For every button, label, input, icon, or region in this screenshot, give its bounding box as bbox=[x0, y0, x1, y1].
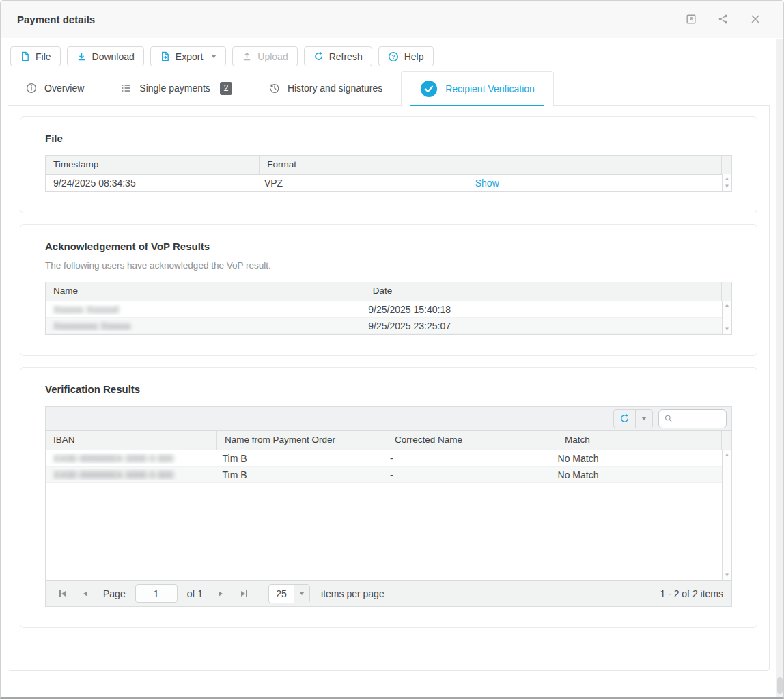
page-scrollbar[interactable] bbox=[776, 39, 783, 697]
chevron-down-icon bbox=[299, 592, 305, 595]
tab-overview[interactable]: Overview bbox=[8, 71, 102, 105]
show-link[interactable]: Show bbox=[475, 178, 499, 189]
scroll-down-icon[interactable]: ▼ bbox=[725, 184, 730, 189]
scroll-up-icon[interactable]: ▲ bbox=[725, 176, 730, 182]
help-button-label: Help bbox=[404, 51, 424, 62]
popout-icon bbox=[686, 14, 697, 25]
next-page-button[interactable] bbox=[212, 581, 229, 606]
tab-recipient-verification[interactable]: Recipient Verification bbox=[401, 71, 554, 106]
acknowledgement-row[interactable]: Xxxxxx Xxxxxxl 9/25/2025 15:40:18 bbox=[46, 301, 731, 318]
close-button[interactable] bbox=[749, 13, 761, 25]
toolbar: File Download Export bbox=[1, 38, 783, 71]
upload-button[interactable]: Upload bbox=[232, 46, 297, 66]
scroll-down-icon[interactable]: ▼ bbox=[725, 573, 730, 578]
share-button[interactable] bbox=[717, 13, 729, 25]
verification-results-title: Verification Results bbox=[45, 383, 732, 395]
grid-search-box bbox=[658, 409, 727, 428]
close-icon bbox=[751, 14, 760, 24]
list-icon bbox=[121, 83, 132, 94]
file-table-row[interactable]: 9/24/2025 08:34:35 VPZ Show bbox=[46, 175, 731, 191]
download-button-label: Download bbox=[92, 51, 135, 62]
page-size-value: 25 bbox=[269, 585, 294, 603]
single-payments-count-badge: 2 bbox=[220, 82, 232, 95]
export-button[interactable]: Export bbox=[150, 46, 226, 66]
cell-name-from-order: Tim B bbox=[215, 469, 383, 480]
download-button[interactable]: Download bbox=[67, 46, 144, 66]
refresh-button-label: Refresh bbox=[329, 51, 363, 62]
acknowledgement-section: Acknowledgement of VoP Results The follo… bbox=[20, 224, 757, 356]
column-header-corrected-name[interactable]: Corrected Name bbox=[387, 431, 557, 450]
info-icon bbox=[26, 83, 37, 94]
cell-name-from-order: Tim B bbox=[215, 453, 383, 464]
column-header-match[interactable]: Match bbox=[557, 431, 722, 450]
check-circle-icon bbox=[420, 80, 438, 98]
file-table: Timestamp Format 9/24/2025 08:34:35 VPZ … bbox=[45, 155, 732, 192]
acknowledgement-section-title: Acknowledgement of VoP Results bbox=[45, 241, 732, 252]
redacted-iban: XX00 0000000X 0000 0 000 bbox=[53, 453, 173, 464]
acknowledgement-subtitle: The following users have acknowledged th… bbox=[45, 260, 732, 271]
verification-row[interactable]: XX00 0000000X 0000 0 000 Tim B - No Matc… bbox=[46, 450, 731, 467]
verification-table-header: IBAN Name from Payment Order Corrected N… bbox=[46, 431, 731, 450]
redacted-user-name: Xxxxxxxxx Xxxxxx bbox=[53, 320, 131, 331]
acknowledgement-table-scrollbar[interactable]: ▲ ▼ bbox=[722, 301, 731, 334]
acknowledgement-table-header: Name Date bbox=[46, 282, 731, 301]
cell-date: 9/25/2025 23:25:07 bbox=[361, 320, 722, 331]
payment-details-window: Payment details bbox=[0, 0, 784, 699]
first-page-icon bbox=[59, 590, 61, 597]
tab-history-label: History and signatures bbox=[288, 83, 382, 94]
last-page-button[interactable] bbox=[236, 581, 252, 606]
window-title: Payment details bbox=[17, 14, 95, 25]
cell-date: 9/25/2025 15:40:18 bbox=[361, 304, 722, 315]
redacted-user-name: Xxxxxx Xxxxxxl bbox=[53, 304, 119, 315]
help-icon: ? bbox=[388, 51, 399, 62]
cell-timestamp: 9/24/2025 08:34:35 bbox=[46, 178, 257, 189]
tab-history-and-signatures[interactable]: History and signatures bbox=[251, 71, 401, 105]
download-icon bbox=[76, 51, 87, 61]
export-file-icon bbox=[160, 51, 170, 61]
column-header-name-from-order[interactable]: Name from Payment Order bbox=[217, 431, 387, 450]
previous-page-button[interactable] bbox=[77, 581, 94, 606]
cell-corrected-name: - bbox=[382, 469, 550, 480]
page-scrollbar-thumb[interactable] bbox=[777, 677, 783, 694]
scroll-up-icon[interactable]: ▲ bbox=[725, 303, 730, 308]
grid-search-input[interactable] bbox=[677, 413, 720, 425]
popout-button[interactable] bbox=[685, 13, 697, 25]
file-button[interactable]: File bbox=[10, 46, 61, 66]
tab-overview-label: Overview bbox=[44, 83, 84, 94]
page-number-input[interactable] bbox=[135, 584, 178, 603]
cell-match: No Match bbox=[550, 453, 722, 464]
file-table-scrollbar[interactable]: ▲ ▼ bbox=[722, 174, 731, 191]
acknowledgement-row[interactable]: Xxxxxxxxx Xxxxxx 9/25/2025 23:25:07 bbox=[46, 318, 731, 334]
verification-table-scrollbar[interactable]: ▲ ▼ bbox=[722, 450, 731, 580]
svg-text:?: ? bbox=[391, 53, 395, 60]
window-controls bbox=[685, 13, 761, 25]
column-header-name[interactable]: Name bbox=[46, 282, 365, 301]
scroll-up-icon[interactable]: ▲ bbox=[725, 452, 730, 458]
column-header-timestamp[interactable]: Timestamp bbox=[46, 156, 260, 174]
cell-corrected-name: - bbox=[382, 453, 550, 464]
previous-page-icon bbox=[83, 591, 87, 597]
column-header-format[interactable]: Format bbox=[260, 156, 473, 174]
acknowledgement-table: Name Date Xxxxxx Xxxxxxl 9/25/2025 15:40… bbox=[45, 282, 732, 335]
file-button-label: File bbox=[36, 51, 51, 62]
first-page-button[interactable] bbox=[54, 581, 70, 606]
column-header-date[interactable]: Date bbox=[365, 282, 722, 301]
refresh-button[interactable]: Refresh bbox=[304, 46, 372, 66]
tab-single-payments[interactable]: Single payments 2 bbox=[102, 71, 251, 105]
next-page-icon bbox=[219, 591, 223, 597]
page-size-dropdown[interactable]: 25 bbox=[268, 584, 310, 603]
pager: Page of 1 25 items per page 1 - 2 of 2 i… bbox=[46, 580, 731, 606]
column-header-action[interactable] bbox=[473, 156, 722, 174]
help-button[interactable]: ? Help bbox=[378, 46, 434, 66]
verification-row[interactable]: XX00 0000000X 0000 0 000 Tim B - No Matc… bbox=[46, 467, 731, 483]
grid-refresh-button[interactable] bbox=[614, 410, 635, 428]
verification-results-section: Verification Results bbox=[20, 367, 757, 628]
search-icon bbox=[664, 413, 673, 424]
share-icon bbox=[718, 14, 729, 25]
file-icon bbox=[20, 51, 30, 61]
grid-refresh-dropdown-button[interactable] bbox=[635, 410, 652, 428]
scroll-down-icon[interactable]: ▼ bbox=[725, 327, 730, 332]
column-header-iban[interactable]: IBAN bbox=[46, 431, 217, 450]
cell-match: No Match bbox=[550, 469, 722, 480]
refresh-icon bbox=[313, 51, 324, 61]
